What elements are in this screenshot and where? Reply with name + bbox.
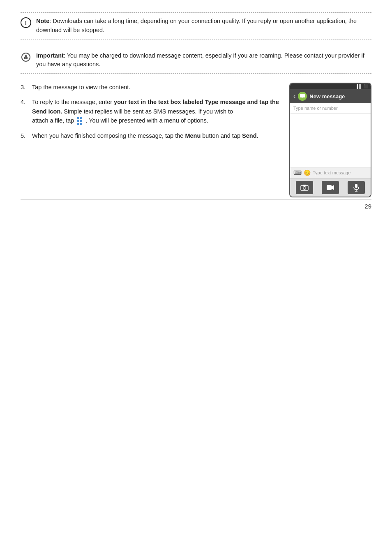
phone-emoji-icon[interactable]: 😊 (304, 169, 311, 176)
note-label: Note (36, 18, 49, 24)
status-battery: ⬛ (364, 84, 368, 88)
step-5-text-before: When you have finished composing the mes… (32, 132, 185, 139)
phone-status-bar: ▌▌ ⬛ (290, 83, 371, 89)
note-icon: ! (21, 17, 31, 28)
step-5-text-mid: button and tap (201, 132, 242, 139)
step-5-body: When you have finished composing the mes… (32, 131, 281, 140)
step-4: 4. To reply to the message, enter your t… (21, 97, 281, 125)
footer-divider (21, 199, 371, 199)
note-body: : Downloads can take a long time, depend… (36, 18, 357, 33)
svg-rect-5 (303, 185, 306, 186)
svg-rect-6 (327, 185, 332, 190)
step-5: 5. When you have finished composing the … (21, 131, 281, 140)
important-icon (21, 52, 31, 63)
phone-to-field[interactable]: Type name or number (290, 103, 371, 114)
phone-bottom-bar (290, 178, 371, 197)
important-body: : You may be charged to download message… (36, 52, 364, 68)
footer-area: 29 (21, 199, 371, 210)
phone-message-area[interactable] (290, 114, 371, 167)
note-box: ! Note: Downloads can take a long time, … (21, 12, 371, 39)
svg-point-2 (25, 58, 26, 58)
step-5-text-end: . (257, 132, 258, 139)
step-4-attach-text: attach a file, tap (32, 117, 76, 124)
svg-point-4 (303, 187, 306, 190)
phone-message-icon (298, 92, 307, 101)
phone-mockup: ▌▌ ⬛ ‹ New message Type name or number (289, 83, 371, 197)
svg-marker-7 (332, 185, 334, 190)
step-4-body: To reply to the message, enter your text… (32, 97, 281, 125)
step-4-text-menu: . You will be presented with a menu of o… (85, 117, 208, 124)
important-text: Important: You may be charged to downloa… (36, 51, 371, 70)
phone-text-placeholder[interactable]: Type text message (313, 170, 367, 175)
step-3-body: Tap the message to view the content. (32, 83, 281, 92)
phone-to-placeholder: Type name or number (293, 106, 338, 111)
important-label: Important (36, 52, 64, 59)
step-3: 3. Tap the message to view the content. (21, 83, 281, 92)
svg-rect-8 (355, 184, 357, 188)
steps-list: 3. Tap the message to view the content. … (21, 83, 281, 146)
step-4-text-before: To reply to the message, enter (32, 99, 114, 105)
attach-file-icon (77, 117, 83, 125)
step-3-num: 3. (21, 83, 30, 92)
phone-text-input-bar: ⌨ 😊 Type text message (290, 167, 371, 178)
step-5-bold-menu: Menu (185, 132, 201, 139)
note-text: Note: Downloads can take a long time, de… (36, 17, 371, 35)
step-4-num: 4. (21, 97, 30, 107)
phone-camera-button[interactable] (296, 181, 313, 194)
phone-mic-button[interactable] (348, 181, 365, 194)
phone-video-button[interactable] (322, 181, 339, 194)
phone-keyboard-icon[interactable]: ⌨ (293, 169, 302, 176)
page-number: 29 (21, 203, 371, 210)
phone-header: ‹ New message (290, 89, 371, 103)
step-4-text-after: Simple text replies will be sent as SMS … (62, 108, 233, 115)
step-5-bold-send: Send (242, 132, 256, 139)
phone-back-button[interactable]: ‹ (293, 93, 295, 100)
page-content: ! Note: Downloads can take a long time, … (0, 0, 392, 222)
step-5-num: 5. (21, 131, 30, 140)
status-signal: ▌▌ (357, 84, 362, 88)
phone-header-title: New message (309, 93, 345, 100)
steps-and-phone-section: 3. Tap the message to view the content. … (21, 83, 371, 197)
important-box: Important: You may be charged to downloa… (21, 47, 371, 74)
